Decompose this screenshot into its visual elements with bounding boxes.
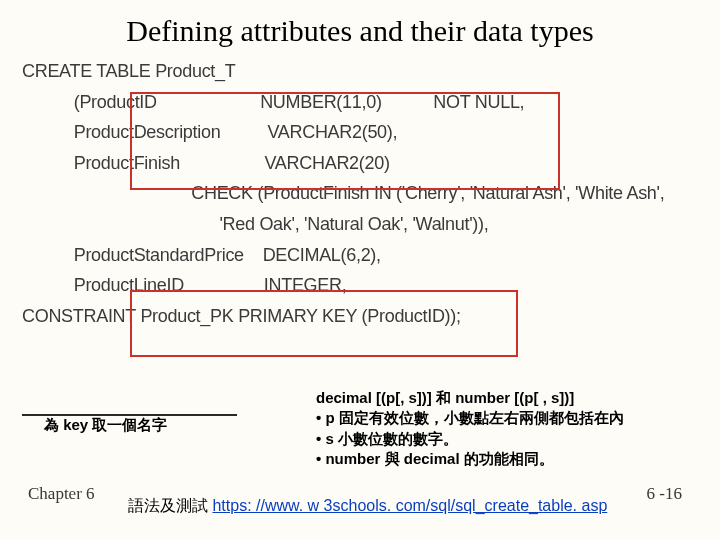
highlight-box-columns: [130, 92, 560, 190]
footer-label: 語法及測試: [128, 497, 212, 514]
page-number: 6 -16: [647, 484, 682, 504]
footer-url[interactable]: https: //www. w 3schools. com/sql/sql_cr…: [212, 497, 607, 514]
callout-line-2: • p 固定有效位數，小數點左右兩側都包括在內: [316, 408, 716, 428]
chapter-label: Chapter 6: [28, 484, 95, 504]
footer-link-row: 語法及測試 https: //www. w 3schools. com/sql/…: [128, 496, 607, 517]
highlight-box-price: [130, 290, 518, 357]
sql-code-block: CREATE TABLE Product_T (ProductID NUMBER…: [0, 56, 720, 331]
callout-line-3: • s 小數位數的數字。: [316, 429, 716, 449]
callout-decimal-explain: decimal [(p[, s])] 和 number [(p[ , s])] …: [316, 388, 716, 469]
callout-line-1: decimal [(p[, s])] 和 number [(p[ , s])]: [316, 388, 716, 408]
callout-key-name: 為 key 取一個名字: [44, 416, 167, 435]
callout-line-4: • number 與 decimal 的功能相同。: [316, 449, 716, 469]
page-title: Defining attributes and their data types: [0, 0, 720, 56]
